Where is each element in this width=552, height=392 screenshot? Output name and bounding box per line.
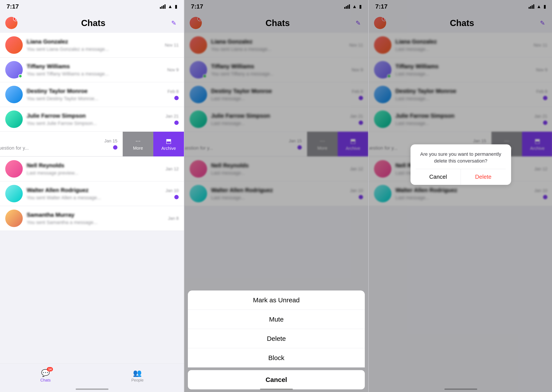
chat-item-5[interactable]: a Griffin e Elise! Quick question for y.…	[0, 132, 123, 156]
chat-item-4[interactable]: Julie Farrow Simpson You sent Julie Farr…	[0, 107, 184, 132]
chat-item-7[interactable]: Walter Allen Rodriguez You sent Walter A…	[0, 181, 184, 206]
chat-time-6: Jan 12	[166, 167, 179, 171]
chat-avatar-4	[5, 111, 23, 128]
tab-people-1[interactable]: 👥 People	[131, 369, 144, 383]
home-indicator-1	[76, 389, 109, 390]
chat-item-6[interactable]: Nell Reynolds Last message preview... Ja…	[0, 157, 184, 181]
online-indicator-2	[18, 74, 22, 78]
chat-meta-1: Nov 11	[165, 43, 179, 48]
signal-icon-1	[160, 4, 166, 9]
people-icon-1: 👥	[133, 369, 142, 377]
chat-avatar-6	[5, 160, 23, 178]
chat-item-2[interactable]: Tiffany Williams You sent Tiffany Willia…	[0, 57, 184, 82]
status-time-1: 7:17	[7, 3, 19, 10]
alert-cancel-button-3[interactable]: Cancel	[416, 169, 461, 185]
chat-name-5: a Griffin	[0, 137, 102, 144]
chat-time-4: Jan 21	[166, 114, 179, 119]
chat-name-3: Destiny Taylor Monroe	[27, 88, 165, 95]
chat-item-3[interactable]: Destiny Taylor Monroe You sent Destiny T…	[0, 82, 184, 107]
action-mark-unread[interactable]: Mark as Unread	[188, 291, 365, 310]
chat-meta-3: Feb 8	[167, 89, 179, 100]
alert-message-3: Are you sure you want to permanently del…	[416, 151, 506, 169]
archive-action-button-1[interactable]: ⬒ Archive	[153, 132, 184, 156]
chat-preview-7: You sent Walter Allen a message...	[27, 195, 163, 201]
chat-content-7: Walter Allen Rodriguez You sent Walter A…	[27, 187, 163, 201]
chat-preview-6: Last message preview...	[27, 170, 163, 176]
chat-time-7: Jan 10	[166, 188, 179, 193]
chat-content-1: Liana Gonzalez You sent Liana Gonzalez a…	[27, 38, 163, 52]
chat-content-2: Tiffany Williams You sent Tiffany Willia…	[27, 63, 165, 77]
action-block[interactable]: Block	[188, 348, 365, 367]
home-indicator-3	[444, 389, 477, 390]
screen-1: 7:17 ▲ ▮ 1 Chats ✎ Liana Gonzalez You se…	[0, 0, 184, 392]
swiped-item-container-1: a Griffin e Elise! Quick question for y.…	[0, 132, 184, 157]
action-delete[interactable]: Delete	[188, 329, 365, 348]
chat-content-5: a Griffin e Elise! Quick question for y.…	[0, 137, 102, 151]
chat-name-7: Walter Allen Rodriguez	[27, 187, 163, 194]
alert-actions-3: Cancel Delete	[416, 169, 506, 185]
unread-badge-5	[113, 145, 117, 150]
chat-preview-1: You sent Liana Gonzalez a message...	[27, 46, 163, 52]
chat-name-4: Julie Farrow Simpson	[27, 112, 163, 119]
unread-badge-4	[174, 120, 179, 125]
chat-name-1: Liana Gonzalez	[27, 38, 163, 45]
unread-badge-3	[174, 96, 179, 100]
avatar-header-1[interactable]: 1	[5, 17, 18, 29]
status-icons-1: ▲ ▮	[160, 4, 177, 9]
tab-chats-icon-wrap-1: 💬 14	[41, 369, 50, 377]
tab-chats-label-1: Chats	[40, 378, 50, 383]
chat-meta-8: Jan 8	[168, 216, 179, 221]
more-icon-1: ···	[135, 137, 140, 144]
chat-content-6: Nell Reynolds Last message preview...	[27, 162, 163, 176]
unread-badge-7	[174, 195, 179, 199]
chat-item-1[interactable]: Liana Gonzalez You sent Liana Gonzalez a…	[0, 33, 184, 57]
tab-people-label-1: People	[131, 378, 144, 383]
action-mute[interactable]: Mute	[188, 310, 365, 329]
chat-preview-3: You sent Destiny Taylor Monroe...	[27, 96, 165, 101]
action-sheet-2: Mark as Unread Mute Delete Block Cancel	[184, 291, 368, 392]
action-sheet-cancel-2[interactable]: Cancel	[188, 370, 365, 389]
chat-meta-7: Jan 10	[166, 188, 179, 199]
chat-avatar-2	[5, 61, 23, 78]
chat-time-5: Jan 15	[104, 139, 117, 143]
chat-meta-6: Jan 12	[166, 167, 179, 171]
chat-name-6: Nell Reynolds	[27, 162, 163, 169]
avatar-badge-1: 1	[13, 17, 18, 21]
home-indicator-2	[260, 389, 293, 390]
chat-name-8: Samantha Murray	[27, 211, 166, 218]
chat-preview-5: e Elise! Quick question for y...	[0, 145, 102, 151]
screen-2: 7:17 ▲ ▮ 1 Chats ✎ Liana GonzalezYou sen…	[184, 0, 368, 392]
alert-delete-button-3[interactable]: Delete	[461, 169, 506, 185]
more-action-button-1[interactable]: ··· More	[123, 132, 153, 156]
tab-chats-1[interactable]: 💬 14 Chats	[40, 369, 50, 383]
action-sheet-menu-2: Mark as Unread Mute Delete Block	[188, 291, 365, 367]
header-1: 1 Chats ✎	[0, 13, 184, 33]
chat-content-8: Samantha Murray You sent Samantha a mess…	[27, 211, 166, 225]
chat-list-1: Liana Gonzalez You sent Liana Gonzalez a…	[0, 33, 184, 231]
chat-name-2: Tiffany Williams	[27, 63, 165, 70]
compose-button-1[interactable]: ✎	[169, 18, 179, 28]
chat-time-8: Jan 8	[168, 216, 179, 221]
chat-meta-4: Jan 21	[166, 114, 179, 125]
chat-time-2: Nov 9	[167, 67, 179, 72]
chat-avatar-3	[5, 86, 23, 103]
chat-content-3: Destiny Taylor Monroe You sent Destiny T…	[27, 88, 165, 101]
archive-icon-1: ⬒	[166, 137, 172, 145]
more-label-1: More	[133, 146, 143, 151]
chat-preview-8: You sent Samantha a message...	[27, 220, 166, 225]
compose-icon-1: ✎	[171, 20, 176, 27]
archive-label-1: Archive	[161, 146, 176, 151]
chat-meta-2: Nov 9	[167, 67, 179, 72]
overlay-dim-3[interactable]	[369, 0, 552, 392]
chat-preview-2: You sent Tiffany Williams a message...	[27, 71, 165, 77]
screen-3: 7:17 ▲ ▮ 1 Chats ✎ Liana GonzalezLast me…	[369, 0, 552, 392]
status-bar-1: 7:17 ▲ ▮	[0, 0, 184, 13]
wifi-icon-1: ▲	[168, 4, 172, 9]
tab-bar-1: 💬 14 Chats 👥 People	[0, 364, 184, 392]
chat-avatar-1	[5, 36, 23, 54]
chat-item-8[interactable]: Samantha Murray You sent Samantha a mess…	[0, 206, 184, 231]
chat-avatar-8	[5, 210, 23, 227]
chats-badge-1: 14	[47, 367, 53, 371]
chat-time-3: Feb 8	[167, 89, 179, 94]
page-title-1: Chats	[81, 18, 105, 28]
